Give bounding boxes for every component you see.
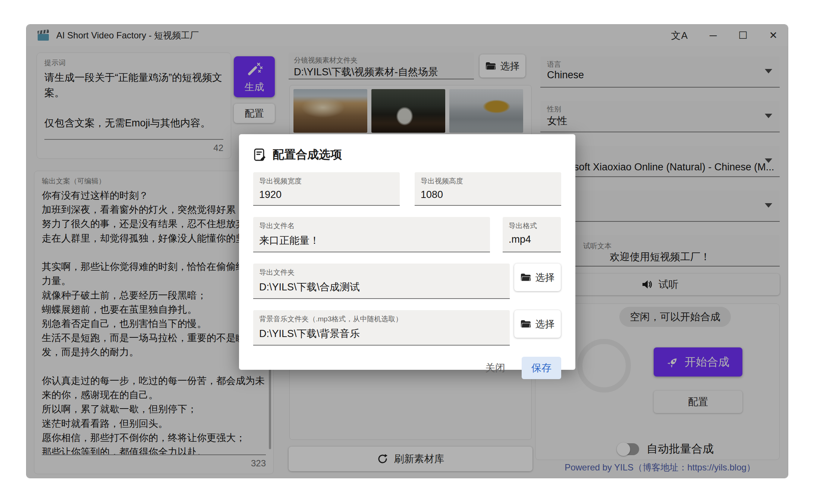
export-format-value: .mp4 bbox=[509, 234, 555, 245]
export-height-value: 1080 bbox=[421, 189, 555, 201]
bgm-folder-select-label: 选择 bbox=[535, 318, 555, 331]
export-width-label: 导出视频宽度 bbox=[259, 176, 394, 186]
export-format-label: 导出格式 bbox=[509, 221, 555, 231]
export-folder-label: 导出文件夹 bbox=[259, 268, 504, 277]
export-folder-select-label: 选择 bbox=[535, 271, 555, 284]
export-folder-select-button[interactable]: 选择 bbox=[514, 264, 561, 291]
bgm-folder-label: 背景音乐文件夹（.mp3格式，从中随机选取） bbox=[259, 314, 504, 324]
export-width-field[interactable]: 导出视频宽度 1920 bbox=[253, 172, 400, 206]
export-format-field[interactable]: 导出格式 .mp4 bbox=[503, 217, 561, 252]
export-folder-field[interactable]: 导出文件夹 D:\YILS\下载\合成测试 bbox=[253, 264, 510, 299]
form-edit-icon bbox=[253, 148, 267, 161]
synthesis-options-modal: 配置合成选项 导出视频宽度 1920 导出视频高度 1080 导出文件名 来口正… bbox=[239, 134, 575, 370]
export-filename-label: 导出文件名 bbox=[259, 221, 484, 231]
desktop: AI Short Video Factory - 短视频工厂 文A ─ ☐ ✕ … bbox=[0, 0, 814, 504]
bgm-folder-field[interactable]: 背景音乐文件夹（.mp3格式，从中随机选取） D:\YILS\下载\背景音乐 bbox=[253, 310, 510, 346]
modal-close-button[interactable]: 关闭 bbox=[478, 357, 512, 379]
folder-icon bbox=[521, 273, 531, 282]
export-filename-value: 来口正能量！ bbox=[259, 234, 484, 247]
modal-title: 配置合成选项 bbox=[273, 147, 342, 163]
export-filename-field[interactable]: 导出文件名 来口正能量！ bbox=[253, 217, 490, 252]
folder-icon bbox=[521, 319, 531, 328]
bgm-folder-select-button[interactable]: 选择 bbox=[514, 310, 561, 338]
bgm-folder-value: D:\YILS\下载\背景音乐 bbox=[259, 327, 504, 340]
export-width-value: 1920 bbox=[259, 189, 394, 201]
export-height-field[interactable]: 导出视频高度 1080 bbox=[415, 172, 561, 206]
modal-save-button[interactable]: 保存 bbox=[522, 357, 561, 379]
export-folder-value: D:\YILS\下载\合成测试 bbox=[259, 280, 504, 294]
app-window: AI Short Video Factory - 短视频工厂 文A ─ ☐ ✕ … bbox=[26, 24, 788, 478]
export-height-label: 导出视频高度 bbox=[421, 176, 555, 186]
